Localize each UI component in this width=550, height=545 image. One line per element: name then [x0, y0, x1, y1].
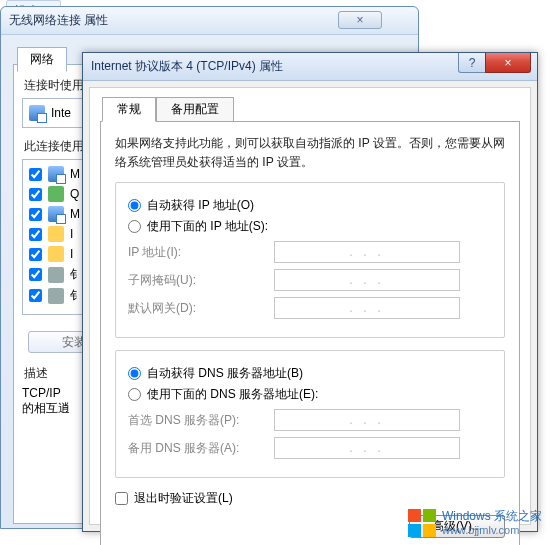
item-label: I [70, 227, 73, 241]
validate-on-exit[interactable]: 退出时验证设置(L) [115, 490, 505, 507]
ip-address-input[interactable]: . . . [274, 241, 460, 263]
general-panel: 如果网络支持此功能，则可以获取自动指派的 IP 设置。否则，您需要从网络系统管理… [100, 121, 520, 545]
client-icon [48, 166, 64, 182]
radio-label: 使用下面的 IP 地址(S): [147, 218, 268, 235]
radio-input[interactable] [128, 367, 141, 380]
radio-ip-manual[interactable]: 使用下面的 IP 地址(S): [128, 218, 492, 235]
tab-network[interactable]: 网络 [17, 47, 67, 72]
default-gateway-input[interactable]: . . . [274, 297, 460, 319]
tab-general[interactable]: 常规 [102, 97, 156, 122]
watermark: Windows 系统之家 www.bjjmlv.com [408, 509, 542, 537]
close-button[interactable]: × [485, 53, 531, 73]
ip-group: 自动获得 IP 地址(O) 使用下面的 IP 地址(S): IP 地址(I): … [115, 182, 505, 338]
preferred-dns-input[interactable]: . . . [274, 409, 460, 431]
window-title: 无线网络连接 属性 [9, 12, 108, 29]
qos-icon [48, 186, 64, 202]
share-icon [48, 206, 64, 222]
radio-dns-manual[interactable]: 使用下面的 DNS 服务器地址(E): [128, 386, 492, 403]
tab-alternate[interactable]: 备用配置 [156, 97, 234, 122]
radio-label: 自动获得 IP 地址(O) [147, 197, 254, 214]
item-checkbox[interactable] [29, 268, 42, 281]
ipv4-properties-dialog: Internet 协议版本 4 (TCP/IPv4) 属性 ? × 常规 备用配… [82, 52, 538, 532]
dialog-title: Internet 协议版本 4 (TCP/IPv4) 属性 [91, 58, 283, 75]
field-label: 子网掩码(U): [128, 272, 274, 289]
radio-input[interactable] [128, 199, 141, 212]
radio-label: 使用下面的 DNS 服务器地址(E): [147, 386, 318, 403]
validate-checkbox[interactable] [115, 492, 128, 505]
driver-icon [48, 267, 64, 283]
item-checkbox[interactable] [29, 168, 42, 181]
tab-strip: 常规 备用配置 [102, 96, 520, 121]
field-label: 首选 DNS 服务器(P): [128, 412, 274, 429]
radio-ip-auto[interactable]: 自动获得 IP 地址(O) [128, 197, 492, 214]
watermark-text: Windows 系统之家 www.bjjmlv.com [442, 510, 542, 535]
adapter-name: Inte [51, 106, 71, 120]
radio-label: 自动获得 DNS 服务器地址(B) [147, 365, 303, 382]
description-text: 如果网络支持此功能，则可以获取自动指派的 IP 设置。否则，您需要从网络系统管理… [115, 134, 505, 172]
driver-icon [48, 288, 64, 304]
watermark-brand: Windows 系统之家 [442, 510, 542, 523]
windows-logo-icon [408, 509, 436, 537]
watermark-url: www.bjjmlv.com [442, 524, 542, 536]
subnet-mask-input[interactable]: . . . [274, 269, 460, 291]
titlebar[interactable]: Internet 协议版本 4 (TCP/IPv4) 属性 ? × [83, 53, 537, 81]
subnet-mask-field: 子网掩码(U): . . . [128, 269, 492, 291]
adapter-icon [29, 105, 45, 121]
item-label: I [70, 247, 73, 261]
radio-input[interactable] [128, 220, 141, 233]
field-label: 默认网关(D): [128, 300, 274, 317]
protocol-icon [48, 226, 64, 242]
preferred-dns-field: 首选 DNS 服务器(P): . . . [128, 409, 492, 431]
item-checkbox[interactable] [29, 188, 42, 201]
ip-address-field: IP 地址(I): . . . [128, 241, 492, 263]
item-checkbox[interactable] [29, 208, 42, 221]
item-label: M [70, 167, 80, 181]
item-label: Q [70, 187, 79, 201]
item-checkbox[interactable] [29, 289, 42, 302]
field-label: IP 地址(I): [128, 244, 274, 261]
alternate-dns-input[interactable]: . . . [274, 437, 460, 459]
item-label: M [70, 207, 80, 221]
default-gateway-field: 默认网关(D): . . . [128, 297, 492, 319]
protocol-icon [48, 246, 64, 262]
radio-dns-auto[interactable]: 自动获得 DNS 服务器地址(B) [128, 365, 492, 382]
item-label: 钅 [70, 266, 82, 283]
close-button[interactable]: × [338, 11, 382, 29]
alternate-dns-field: 备用 DNS 服务器(A): . . . [128, 437, 492, 459]
field-label: 备用 DNS 服务器(A): [128, 440, 274, 457]
item-checkbox[interactable] [29, 248, 42, 261]
checkbox-label: 退出时验证设置(L) [134, 490, 233, 507]
help-button[interactable]: ? [458, 53, 486, 73]
radio-input[interactable] [128, 388, 141, 401]
item-checkbox[interactable] [29, 228, 42, 241]
dns-group: 自动获得 DNS 服务器地址(B) 使用下面的 DNS 服务器地址(E): 首选… [115, 350, 505, 478]
item-label: 钅 [70, 287, 82, 304]
